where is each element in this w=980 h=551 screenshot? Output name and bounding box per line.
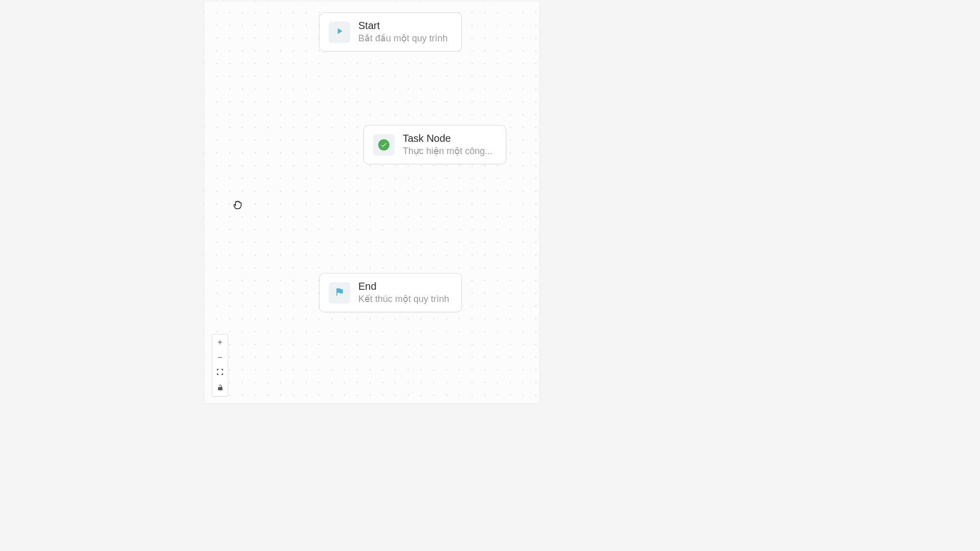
lock-button[interactable] [212,381,228,396]
task-icon-box [373,134,395,156]
check-circle-icon [378,139,389,151]
node-start[interactable]: Start Bắt đầu một quy trình [319,12,462,52]
play-icon [334,26,345,38]
flag-icon [334,287,345,299]
node-task-title: Task Node [403,133,493,144]
fit-view-icon [216,368,224,378]
node-end-text: End Kết thúc một quy trình [358,281,449,305]
fit-view-button[interactable] [212,365,228,381]
end-icon-box [329,282,350,304]
node-task-subtitle: Thực hiện một công... [403,145,493,157]
node-task-text: Task Node Thực hiện một công... [403,133,493,157]
canvas-controls: + − [212,334,228,396]
zoom-out-button[interactable]: − [212,350,228,365]
node-end-title: End [358,281,449,292]
minus-icon: − [217,353,222,362]
node-task[interactable]: Task Node Thực hiện một công... [363,125,506,164]
node-end[interactable]: End Kết thúc một quy trình [319,273,462,312]
node-end-subtitle: Kết thúc một quy trình [358,293,449,305]
node-start-text: Start Bắt đầu một quy trình [358,20,448,44]
zoom-in-button[interactable]: + [212,335,228,350]
flow-canvas[interactable]: Start Bắt đầu một quy trình Task Node Th… [204,0,540,403]
node-start-title: Start [358,20,448,32]
node-start-subtitle: Bắt đầu một quy trình [358,33,448,44]
plus-icon: + [217,338,222,347]
unlock-icon [217,384,224,393]
start-icon-box [329,21,350,43]
